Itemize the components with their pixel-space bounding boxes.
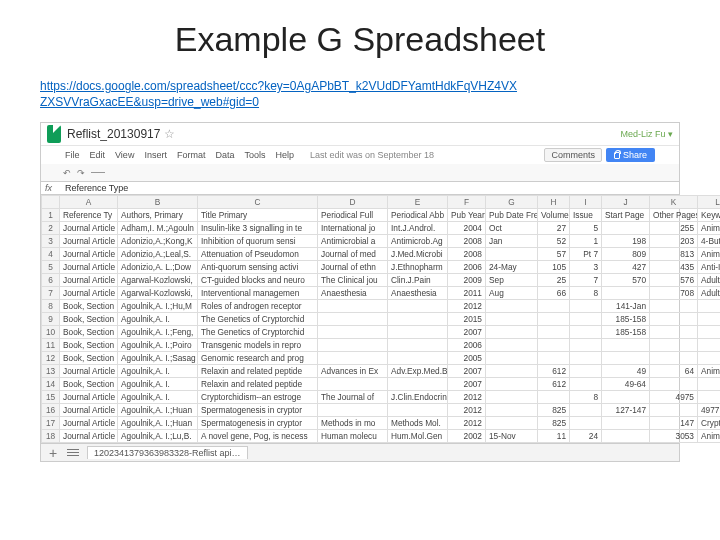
cell[interactable]: Int.J.Androl. bbox=[388, 222, 448, 235]
cell[interactable]: 203 bbox=[650, 235, 698, 248]
cell[interactable]: 1 bbox=[570, 235, 602, 248]
cell[interactable]: Pt 7 bbox=[570, 248, 602, 261]
cell[interactable]: 2005 bbox=[448, 352, 486, 365]
cell[interactable] bbox=[486, 365, 538, 378]
header-cell[interactable]: Issue bbox=[570, 209, 602, 222]
cell[interactable]: 57 bbox=[538, 248, 570, 261]
cell[interactable] bbox=[486, 339, 538, 352]
cell[interactable]: 2007 bbox=[448, 365, 486, 378]
header-cell[interactable]: Authors, Primary bbox=[118, 209, 198, 222]
cell[interactable] bbox=[570, 378, 602, 391]
col-header[interactable] bbox=[42, 196, 60, 209]
cell[interactable]: 141-Jan bbox=[602, 300, 650, 313]
cell[interactable]: 2012 bbox=[448, 391, 486, 404]
cell[interactable] bbox=[698, 352, 721, 365]
cell[interactable]: Journal Article bbox=[60, 248, 118, 261]
cell[interactable]: 825 bbox=[538, 404, 570, 417]
col-header[interactable]: G bbox=[486, 196, 538, 209]
cell[interactable]: Journal Article bbox=[60, 391, 118, 404]
cell[interactable] bbox=[570, 313, 602, 326]
cell[interactable]: The Journal of bbox=[318, 391, 388, 404]
cell[interactable]: Insulin-like 3 signalling in te bbox=[198, 222, 318, 235]
cell[interactable] bbox=[486, 417, 538, 430]
cell[interactable]: The Genetics of Cryptorchid bbox=[198, 326, 318, 339]
cell[interactable]: Book, Section bbox=[60, 326, 118, 339]
cell[interactable]: 4977 Cryptorc bbox=[698, 404, 721, 417]
document-name[interactable]: Reflist_20130917 bbox=[67, 127, 160, 141]
cell[interactable] bbox=[650, 352, 698, 365]
cell[interactable] bbox=[698, 378, 721, 391]
all-sheets-icon[interactable] bbox=[67, 447, 79, 458]
cell[interactable]: 2011 bbox=[448, 287, 486, 300]
cell[interactable]: 825 bbox=[538, 417, 570, 430]
cell[interactable]: Adham,I. M.;Agouln bbox=[118, 222, 198, 235]
formula-bar[interactable]: fx Reference Type bbox=[41, 182, 679, 195]
cell[interactable]: Journal Article bbox=[60, 365, 118, 378]
cell[interactable]: Journal Article bbox=[60, 261, 118, 274]
cell[interactable]: Adult;Ag bbox=[698, 274, 721, 287]
cell[interactable]: Roles of androgen receptor bbox=[198, 300, 318, 313]
cell[interactable]: Agoulnik,A. I.;Lu,B. bbox=[118, 430, 198, 443]
cell[interactable]: Agoulnik,A. I.;Feng, bbox=[118, 326, 198, 339]
cell[interactable]: 24-May bbox=[486, 261, 538, 274]
cell[interactable] bbox=[650, 326, 698, 339]
cell[interactable]: Animals bbox=[698, 430, 721, 443]
cell[interactable] bbox=[698, 300, 721, 313]
cell[interactable]: 2012 bbox=[448, 404, 486, 417]
cell[interactable] bbox=[538, 352, 570, 365]
cell[interactable]: 11 bbox=[538, 430, 570, 443]
cell[interactable]: 255 bbox=[650, 222, 698, 235]
cell[interactable] bbox=[602, 352, 650, 365]
cell[interactable]: J.Clin.Endocrin bbox=[388, 391, 448, 404]
cell[interactable] bbox=[318, 352, 388, 365]
cell[interactable] bbox=[318, 339, 388, 352]
cell[interactable]: J.Med.Microbi bbox=[388, 248, 448, 261]
cell[interactable] bbox=[538, 339, 570, 352]
cell[interactable]: 576 bbox=[650, 274, 698, 287]
cell[interactable] bbox=[570, 352, 602, 365]
menu-tools[interactable]: Tools bbox=[244, 150, 265, 160]
cell[interactable]: J.Ethnopharm bbox=[388, 261, 448, 274]
cell[interactable]: 2012 bbox=[448, 417, 486, 430]
cell[interactable]: Journal Article bbox=[60, 404, 118, 417]
cell[interactable]: Agarwal-Kozlowski, bbox=[118, 274, 198, 287]
cell[interactable]: Jan bbox=[486, 235, 538, 248]
cell[interactable]: 570 bbox=[602, 274, 650, 287]
add-sheet-icon[interactable]: + bbox=[47, 447, 59, 459]
cell[interactable]: Adonizio,A.;Leal,S. bbox=[118, 248, 198, 261]
col-header[interactable]: B bbox=[118, 196, 198, 209]
cell[interactable]: Anaesthesia bbox=[318, 287, 388, 300]
cell[interactable] bbox=[650, 300, 698, 313]
col-header[interactable]: I bbox=[570, 196, 602, 209]
cell[interactable] bbox=[486, 300, 538, 313]
cell[interactable]: Interventional managemen bbox=[198, 287, 318, 300]
cell[interactable]: Aug bbox=[486, 287, 538, 300]
header-cell[interactable]: Other Pages bbox=[650, 209, 698, 222]
spreadsheet-url[interactable]: https://docs.google.com/spreadsheet/ccc?… bbox=[40, 79, 680, 110]
cell[interactable]: Book, Section bbox=[60, 339, 118, 352]
user-menu[interactable]: Med-Liz Fu ▾ bbox=[620, 129, 673, 139]
cell[interactable]: Transgenic models in repro bbox=[198, 339, 318, 352]
cell[interactable]: Agoulnik,A. I.;Huan bbox=[118, 417, 198, 430]
header-cell[interactable]: Periodical Full bbox=[318, 209, 388, 222]
cell[interactable] bbox=[538, 391, 570, 404]
cell[interactable]: 8 bbox=[570, 287, 602, 300]
cell[interactable] bbox=[318, 313, 388, 326]
toolbar-redo-icon[interactable]: ↷ bbox=[77, 168, 85, 178]
col-header[interactable]: A bbox=[60, 196, 118, 209]
cell[interactable]: International jo bbox=[318, 222, 388, 235]
col-header[interactable]: C bbox=[198, 196, 318, 209]
cell[interactable]: 612 bbox=[538, 378, 570, 391]
cell[interactable] bbox=[388, 313, 448, 326]
cell[interactable]: 3053 bbox=[650, 430, 698, 443]
cell[interactable]: 2007 bbox=[448, 378, 486, 391]
cell[interactable]: Cryptorchidism--an estroge bbox=[198, 391, 318, 404]
cell[interactable]: 2006 bbox=[448, 339, 486, 352]
cell[interactable]: Oct bbox=[486, 222, 538, 235]
cell[interactable]: 127-147 bbox=[602, 404, 650, 417]
menu-help[interactable]: Help bbox=[275, 150, 294, 160]
cell[interactable]: Sep bbox=[486, 274, 538, 287]
cell[interactable] bbox=[388, 300, 448, 313]
col-header[interactable]: E bbox=[388, 196, 448, 209]
cell[interactable]: Adonizio,A. L.;Dow bbox=[118, 261, 198, 274]
